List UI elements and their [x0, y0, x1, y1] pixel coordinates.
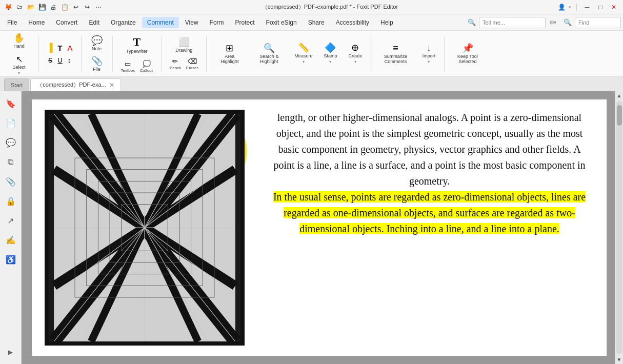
sep2 [81, 36, 82, 72]
sidebar-signatures[interactable]: ✍ [3, 232, 19, 248]
print-icon[interactable]: 🖨 [49, 3, 57, 11]
pencil-button[interactable]: ✏ Pencil [168, 56, 183, 72]
drawing-button[interactable]: ⬜ Drawing [173, 35, 195, 55]
measure-button[interactable]: 📏 Measure ▾ [292, 41, 315, 66]
menu-edit[interactable]: Edit [84, 17, 105, 28]
highlight-span: In the usual sense, points are regarded … [273, 191, 586, 234]
close-button[interactable]: ✕ [609, 3, 619, 11]
typewriter-button[interactable]: T Typewriter [123, 33, 151, 57]
menu-protect[interactable]: Protect [230, 17, 260, 28]
drawing-row: ✏ Pencil ⌫ Eraser [168, 56, 200, 72]
eraser-button[interactable]: ⌫ Eraser [184, 56, 200, 72]
sidebar-attachments[interactable]: 📎 [3, 173, 19, 190]
find-input[interactable] [575, 17, 621, 28]
more-icon[interactable]: ⋯ [94, 3, 103, 11]
highlight-button[interactable]: ▐ [45, 42, 54, 54]
callout-button[interactable]: 💭 Callout [138, 58, 155, 74]
title-bar-right: 👤 ▾ ─ □ ✕ [557, 3, 619, 11]
sidebar-security[interactable]: 🔒 [3, 193, 19, 209]
maximize-button[interactable]: □ [595, 3, 606, 11]
summarize-button[interactable]: ≡ Summarize Comments [377, 42, 413, 66]
menu-file[interactable]: File [2, 17, 22, 28]
menu-form[interactable]: Form [205, 17, 229, 28]
keeptool-label: Keep Tool Selected [453, 54, 481, 64]
undo-icon[interactable]: ↩ [72, 3, 80, 11]
menu-help[interactable]: Help [375, 17, 398, 28]
scroll-track[interactable] [616, 101, 622, 354]
sidebar-bookmark[interactable]: 🔖 [3, 95, 19, 112]
save-icon[interactable]: 💾 [38, 3, 46, 11]
textbox-button[interactable]: ▭ Textbox [119, 58, 137, 74]
menu-home[interactable]: Home [23, 17, 50, 28]
measure-arrow[interactable]: ▾ [303, 59, 305, 64]
highlight-icon: ▐ [47, 43, 52, 52]
sidebar-export[interactable]: ↗ [3, 212, 19, 229]
search-highlight-label: Search & Highlight [255, 54, 283, 64]
minimize-button[interactable]: ─ [582, 3, 592, 11]
scroll-thumb[interactable] [617, 105, 622, 126]
tab-pdf[interactable]: （compressed）PDF-exa... ✕ [30, 78, 120, 91]
docprop-icon[interactable]: 📋 [61, 3, 69, 11]
text-replace-button[interactable]: ↕ [66, 55, 73, 66]
tool-group-note: 💬 Note 📎 File [86, 34, 108, 74]
stamp-icon: 🔷 [325, 43, 336, 52]
sidebar-accessibility[interactable]: ♿ [3, 251, 19, 268]
import-arrow[interactable]: ▾ [428, 59, 430, 64]
scroll-down-button[interactable]: ▼ [615, 355, 623, 364]
stamp-button[interactable]: 🔷 Stamp ▾ [321, 41, 339, 66]
search-dropdown-icon[interactable]: ⊞▾ [550, 19, 556, 25]
text-color-button[interactable]: A [66, 42, 75, 54]
sidebar-pages[interactable]: 📄 [3, 115, 19, 131]
import-button[interactable]: ↓ Import ▾ [419, 41, 438, 66]
sep3 [112, 36, 113, 72]
pencil-label: Pencil [170, 66, 181, 70]
search-input[interactable] [479, 17, 546, 28]
menu-organize[interactable]: Organize [106, 17, 141, 28]
select-button[interactable]: ↖ Select ▾ [10, 53, 28, 77]
scroll-up-button[interactable]: ▲ [615, 91, 623, 100]
stamp-label: Stamp [324, 53, 337, 58]
sep7 [444, 36, 445, 72]
save-all-icon[interactable]: 🗂 [15, 3, 24, 11]
search-highlight-button[interactable]: 🔍 Search & Highlight [252, 42, 286, 66]
area-highlight-button[interactable]: ⊞ Area Highlight [213, 42, 246, 66]
menu-convert[interactable]: Convert [51, 17, 83, 28]
search-highlight-icon: 🔍 [264, 44, 275, 53]
eraser-icon: ⌫ [188, 57, 197, 65]
text-style-button[interactable]: T [55, 42, 64, 54]
user-icon[interactable]: 👤 [557, 3, 566, 11]
user-chevron[interactable]: ▾ [569, 5, 571, 10]
menu-accessibility[interactable]: Accessibility [331, 17, 374, 28]
stamp-arrow[interactable]: ▾ [329, 59, 331, 64]
right-scrollbar[interactable]: ▲ ▼ [615, 91, 623, 364]
sidebar-comments[interactable]: 💬 [3, 134, 19, 151]
menu-comment[interactable]: Comment [142, 17, 179, 28]
note-button[interactable]: 💬 Note [88, 34, 106, 53]
area-highlight-label: Area Highlight [215, 54, 244, 64]
sidebar-layers[interactable]: ⧉ [3, 154, 19, 170]
keeptool-icon: 📌 [462, 44, 473, 53]
sidebar-expand-arrow[interactable]: ▶ [8, 349, 13, 356]
strikethrough-button[interactable]: S̶ [46, 55, 54, 66]
hand-label: Hand [13, 44, 25, 49]
typewriter-label: Typewriter [126, 49, 148, 54]
underline-button[interactable]: U [55, 55, 64, 66]
create-button[interactable]: ⊕ Create ▾ [346, 41, 365, 66]
tab-close-button[interactable]: ✕ [109, 82, 114, 89]
note-icon: 💬 [91, 36, 103, 45]
redo-icon[interactable]: ↪ [83, 3, 91, 11]
open-icon[interactable]: 📂 [27, 3, 35, 11]
tool-group-import: ↓ Import ▾ [417, 41, 440, 66]
select-arrow[interactable]: ▾ [18, 71, 20, 75]
tab-start[interactable]: Start [4, 78, 29, 91]
keeptool-button[interactable]: 📌 Keep Tool Selected [451, 42, 484, 66]
menu-foxit-esign[interactable]: Foxit eSign [261, 17, 302, 28]
menu-share[interactable]: Share [303, 17, 330, 28]
hand-button[interactable]: ✋ Hand [6, 31, 32, 52]
main-area: 🔖 📄 💬 ⧉ 📎 🔒 ↗ ✍ ♿ ▶ [0, 91, 623, 364]
measure-icon: 📏 [298, 43, 309, 52]
create-arrow[interactable]: ▾ [354, 59, 356, 64]
menu-view[interactable]: View [180, 17, 204, 28]
file-button[interactable]: 📎 File [88, 54, 106, 74]
menu-search-area: 🔍 ⊞▾ 🔍 [468, 17, 621, 28]
